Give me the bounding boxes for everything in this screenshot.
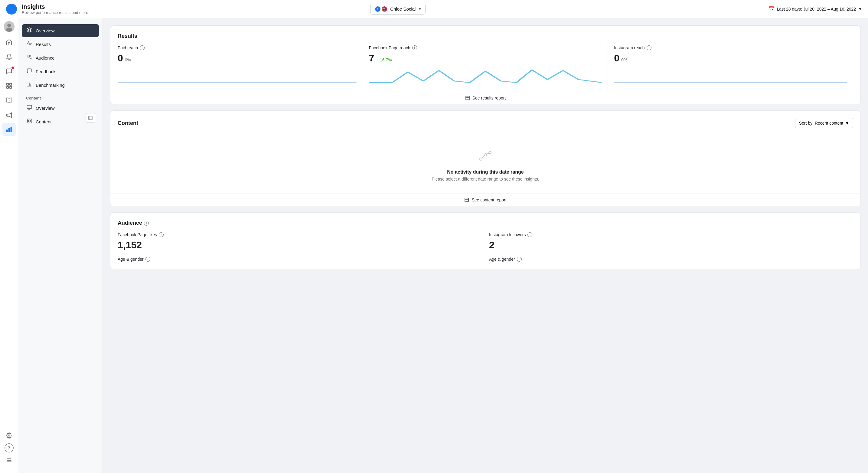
content-title: Content [118,120,138,126]
nav-item-overview[interactable]: Overview [22,24,99,37]
ig-age-gender-info-icon[interactable]: i [517,257,522,262]
message-badge [11,66,14,69]
results-grid: Paid reach i 0 0% [118,45,853,86]
svg-point-11 [8,435,10,436]
sidebar-item-hamburger[interactable] [2,454,16,467]
sidebar-item-messages[interactable] [2,65,16,78]
instagram-icon: 📷 [381,6,388,12]
svg-point-34 [480,158,482,160]
paid-reach-value: 0 0% [118,53,356,64]
sidebar-item-pages[interactable] [2,79,16,93]
sidebar-item-megaphone[interactable] [2,108,16,122]
calendar-icon: 📅 [769,6,775,12]
svg-rect-23 [27,119,29,120]
nav-item-feedback-label: Feedback [36,69,56,74]
fb-reach-info-icon[interactable]: i [412,45,417,50]
ig-followers-info-icon[interactable]: i [527,232,532,237]
ig-reach-info-icon[interactable]: i [647,45,651,50]
feedback-nav-icon [26,68,33,75]
account-name: Chloe Social [390,6,415,11]
paid-reach-pct: 0% [125,58,131,62]
sidebar-item-ads[interactable] [2,94,16,107]
see-results-report-button[interactable]: See results report [111,92,861,104]
ig-reach-sparkline [614,67,847,86]
date-range-button[interactable]: 📅 Last 28 days: Jul 20, 2022 – Aug 16, 2… [769,6,862,12]
audience-title: Audience [118,220,142,226]
nav-item-content-overview[interactable]: Overview [22,102,99,115]
svg-point-2 [7,24,11,27]
fb-age-gender-info-icon[interactable]: i [146,257,150,262]
see-content-report-label: See content report [471,197,506,202]
svg-rect-39 [465,198,468,202]
sort-label: Sort by: Recent content [799,121,843,126]
sort-dropdown[interactable]: Sort by: Recent content ▼ [795,118,853,128]
content-nav-icon [26,118,33,125]
nav-item-benchmarking[interactable]: Benchmarking [22,78,99,92]
paid-reach-label: Paid reach i [118,45,356,50]
ig-reach-label: Instagram reach i [614,45,847,50]
avatar[interactable] [4,21,14,32]
nav-item-content-label: Content [36,119,52,124]
dropdown-chevron-icon: ▼ [418,7,422,11]
svg-rect-27 [89,116,92,120]
paid-reach-col: Paid reach i 0 0% [118,45,363,86]
audience-card: Audience i Facebook Page likes i 1,152 A… [110,212,861,269]
nav-item-overview-label: Overview [36,28,55,33]
nav-item-audience-label: Audience [36,55,55,61]
svg-rect-7 [9,87,11,88]
fb-reach-col: Facebook Page reach i 7 ↑ 16.7% [363,45,608,86]
fb-age-gender-label: Age & gender i [118,257,482,262]
content-section-label: Content [22,92,99,102]
page-subtitle: Review performance results and more. [22,10,365,15]
fb-reach-value: 7 ↑ 16.7% [369,53,602,64]
results-card: Results Paid reach i 0 0% [110,25,861,104]
sidebar-item-help[interactable]: ? [4,443,13,452]
svg-point-36 [489,151,491,154]
see-content-report-button[interactable]: See content report [111,194,861,206]
fb-likes-info-icon[interactable]: i [159,232,164,237]
svg-rect-25 [27,122,29,123]
sidebar-item-settings[interactable] [2,429,16,442]
svg-rect-24 [30,119,31,120]
fb-likes-col: Facebook Page likes i 1,152 Age & gender… [118,232,482,262]
empty-chart-icon [476,146,495,166]
see-results-report-label: See results report [472,96,506,100]
svg-rect-10 [6,130,7,132]
benchmarking-nav-icon [26,82,33,89]
fb-reach-trend-icon: ↑ [376,58,378,62]
nav-item-feedback[interactable]: Feedback [22,65,99,78]
svg-line-38 [487,153,489,154]
sidebar-item-insights[interactable] [2,123,16,136]
fb-likes-value: 1,152 [118,240,482,251]
account-selector[interactable]: f 📷 Chloe Social ▼ [371,4,426,14]
sidebar-toggle-button[interactable] [86,113,95,123]
account-icons: f 📷 [374,6,388,12]
content-overview-nav-icon [26,105,33,112]
icon-sidebar: ? [0,18,18,473]
ig-followers-label: Instagram followers i [489,232,853,237]
top-nav: Insights Review performance results and … [0,0,868,18]
paid-reach-info-icon[interactable]: i [140,45,145,50]
content-empty-subtitle: Please select a different date range to … [432,177,539,182]
meta-logo [6,4,17,14]
fb-reach-label: Facebook Page reach i [369,45,602,50]
fb-reach-sparkline [369,67,602,86]
insights-title: Insights Review performance results and … [22,3,365,15]
fb-reach-pct: 16.7% [380,58,392,62]
audience-info-icon[interactable]: i [144,221,149,226]
svg-line-37 [482,156,485,158]
svg-rect-8 [10,127,11,132]
nav-item-benchmarking-label: Benchmarking [36,83,65,88]
svg-rect-6 [6,87,8,88]
page-title: Insights [22,3,365,10]
overview-nav-icon [26,27,33,34]
svg-rect-26 [30,122,31,123]
sidebar-item-home[interactable] [2,36,16,49]
svg-rect-4 [6,84,8,85]
content-card: Content Sort by: Recent content ▼ N [110,111,861,206]
ig-reach-value: 0 0% [614,53,847,64]
nav-item-audience[interactable]: Audience [22,52,99,64]
sidebar-item-notifications[interactable] [2,50,16,64]
nav-item-results[interactable]: Results [22,38,99,51]
svg-point-3 [6,28,12,32]
